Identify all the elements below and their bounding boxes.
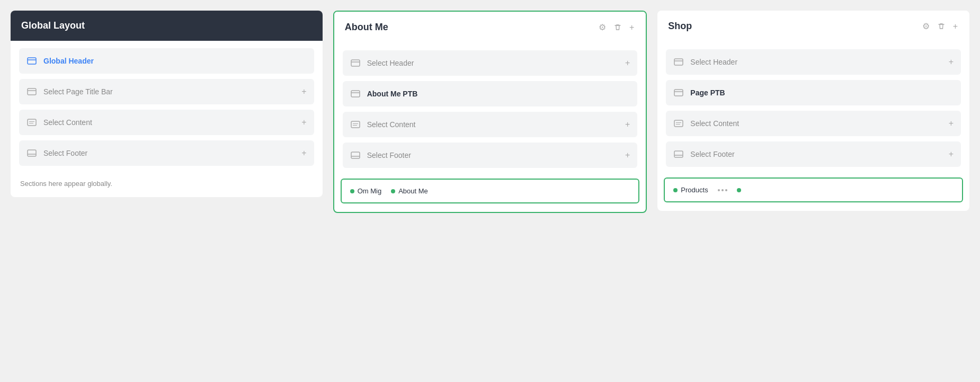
section-row-footer-about-me[interactable]: Select Footer+ bbox=[343, 143, 638, 168]
panel-title-shop: Shop bbox=[668, 21, 692, 32]
plus-icon-shop[interactable]: + bbox=[952, 21, 959, 32]
panel-header-icons-about-me: ⚙+ bbox=[598, 21, 635, 33]
section-row-header-shop[interactable]: Select Header+ bbox=[666, 49, 961, 75]
section-row-label-footer-shop: Select Footer bbox=[690, 150, 942, 158]
add-icon-page-title-bar-global-layout[interactable]: + bbox=[301, 87, 306, 96]
panel-title-about-me: About Me bbox=[345, 22, 388, 33]
svg-rect-13 bbox=[351, 121, 360, 128]
add-icon-footer-shop[interactable]: + bbox=[949, 149, 954, 159]
tag-item-products[interactable]: Products bbox=[673, 186, 708, 194]
layout-container: Global Layout Global Header Select Page … bbox=[11, 11, 969, 213]
gear-icon-about-me[interactable]: ⚙ bbox=[598, 21, 607, 33]
svg-rect-9 bbox=[351, 60, 360, 66]
tagged-pages-shop[interactable]: Products bbox=[664, 177, 963, 202]
tag-dot-extra bbox=[737, 188, 741, 192]
panel-header-global-layout: Global Layout bbox=[11, 11, 323, 41]
header-icon-ptb-shop bbox=[673, 87, 684, 98]
svg-rect-20 bbox=[674, 90, 683, 96]
header-icon-header-about-me bbox=[350, 58, 361, 68]
section-row-label-content-shop: Select Content bbox=[690, 119, 942, 128]
section-row-label-content-global-layout: Select Content bbox=[43, 118, 295, 127]
section-row-label-header-about-me: Select Header bbox=[367, 59, 619, 67]
panel-body-shop: Select Header+ Page PTB Select Content+ … bbox=[657, 42, 969, 174]
add-icon-header-shop[interactable]: + bbox=[949, 57, 954, 67]
header-icon-global-header-global-layout bbox=[26, 56, 37, 66]
section-row-content-shop[interactable]: Select Content+ bbox=[666, 111, 961, 136]
content-icon-content-global-layout bbox=[26, 117, 37, 128]
tag-label: About Me bbox=[398, 187, 428, 195]
section-row-content-about-me[interactable]: Select Content+ bbox=[343, 112, 638, 137]
footer-icon-footer-about-me bbox=[350, 150, 361, 161]
tag-dot bbox=[350, 189, 354, 193]
panel-body-global-layout: Global Header Select Page Title Bar+ Sel… bbox=[11, 41, 323, 173]
gear-icon-shop[interactable]: ⚙ bbox=[921, 20, 931, 32]
section-row-label-ptb-about-me: About Me PTB bbox=[367, 90, 630, 98]
section-row-label-footer-global-layout: Select Footer bbox=[43, 149, 295, 157]
tag-dot bbox=[391, 189, 395, 193]
section-row-header-about-me[interactable]: Select Header+ bbox=[343, 50, 638, 76]
header-icon-page-title-bar-global-layout bbox=[26, 86, 37, 97]
tag-dot bbox=[673, 188, 678, 192]
section-row-footer-shop[interactable]: Select Footer+ bbox=[666, 141, 961, 167]
svg-rect-16 bbox=[351, 152, 360, 158]
panel-shop: Shop⚙+ Select Header+ Page PTB Select Co… bbox=[657, 11, 969, 211]
section-row-label-footer-about-me: Select Footer bbox=[367, 151, 619, 159]
panel-header-shop: Shop⚙+ bbox=[657, 11, 969, 42]
add-icon-footer-about-me[interactable]: + bbox=[625, 150, 630, 160]
panel-global-layout: Global Layout Global Header Select Page … bbox=[11, 11, 323, 197]
section-row-label-ptb-shop: Page PTB bbox=[690, 88, 954, 97]
tagged-pages-about-me[interactable]: Om MigAbout Me bbox=[341, 179, 640, 203]
section-row-page-title-bar-global-layout[interactable]: Select Page Title Bar+ bbox=[19, 79, 314, 104]
tag-label: Om Mig bbox=[358, 187, 382, 195]
footer-icon-footer-shop bbox=[673, 149, 684, 159]
content-icon-content-shop bbox=[673, 118, 684, 129]
tag-item-about-me[interactable]: About Me bbox=[391, 187, 428, 195]
trash-icon-shop[interactable] bbox=[936, 21, 947, 32]
tag-item-extra[interactable] bbox=[737, 188, 741, 192]
section-row-label-header-shop: Select Header bbox=[690, 58, 942, 66]
header-icon-header-shop bbox=[673, 57, 684, 67]
header-icon-ptb-about-me bbox=[350, 88, 361, 99]
svg-rect-18 bbox=[674, 59, 683, 65]
section-row-content-global-layout[interactable]: Select Content+ bbox=[19, 110, 314, 135]
add-icon-content-global-layout[interactable]: + bbox=[301, 118, 306, 127]
panel-footer-note-global-layout: Sections here appear globally. bbox=[11, 173, 323, 197]
trash-icon-about-me[interactable] bbox=[612, 22, 623, 33]
panel-header-icons-shop: ⚙+ bbox=[921, 20, 959, 32]
add-icon-content-shop[interactable]: + bbox=[949, 119, 954, 128]
tag-more bbox=[718, 189, 727, 191]
plus-icon-about-me[interactable]: + bbox=[628, 22, 635, 33]
svg-rect-4 bbox=[28, 119, 36, 126]
tag-item-om-mig[interactable]: Om Mig bbox=[350, 187, 382, 195]
section-row-label-global-header-global-layout: Global Header bbox=[43, 57, 307, 65]
panel-body-about-me: Select Header+ About Me PTB Select Conte… bbox=[334, 43, 646, 175]
section-row-label-page-title-bar-global-layout: Select Page Title Bar bbox=[43, 87, 295, 96]
svg-rect-7 bbox=[28, 150, 36, 156]
tag-label: Products bbox=[681, 186, 708, 194]
panel-about-me: About Me⚙+ Select Header+ About Me PTB S… bbox=[333, 11, 647, 213]
svg-rect-0 bbox=[28, 58, 36, 64]
section-row-footer-global-layout[interactable]: Select Footer+ bbox=[19, 140, 314, 166]
section-row-global-header-global-layout[interactable]: Global Header bbox=[19, 48, 314, 74]
section-row-ptb-about-me[interactable]: About Me PTB bbox=[343, 81, 638, 106]
panel-title-global-layout: Global Layout bbox=[21, 20, 85, 31]
svg-rect-25 bbox=[674, 151, 683, 157]
add-icon-header-about-me[interactable]: + bbox=[625, 58, 630, 68]
footer-icon-footer-global-layout bbox=[26, 148, 37, 158]
svg-rect-22 bbox=[674, 120, 683, 127]
svg-rect-2 bbox=[28, 88, 36, 95]
add-icon-footer-global-layout[interactable]: + bbox=[301, 148, 306, 158]
content-icon-content-about-me bbox=[350, 119, 361, 130]
section-row-label-content-about-me: Select Content bbox=[367, 120, 619, 129]
svg-rect-11 bbox=[351, 91, 360, 97]
section-row-ptb-shop[interactable]: Page PTB bbox=[666, 80, 961, 105]
panel-header-about-me: About Me⚙+ bbox=[334, 12, 646, 43]
add-icon-content-about-me[interactable]: + bbox=[625, 120, 630, 129]
